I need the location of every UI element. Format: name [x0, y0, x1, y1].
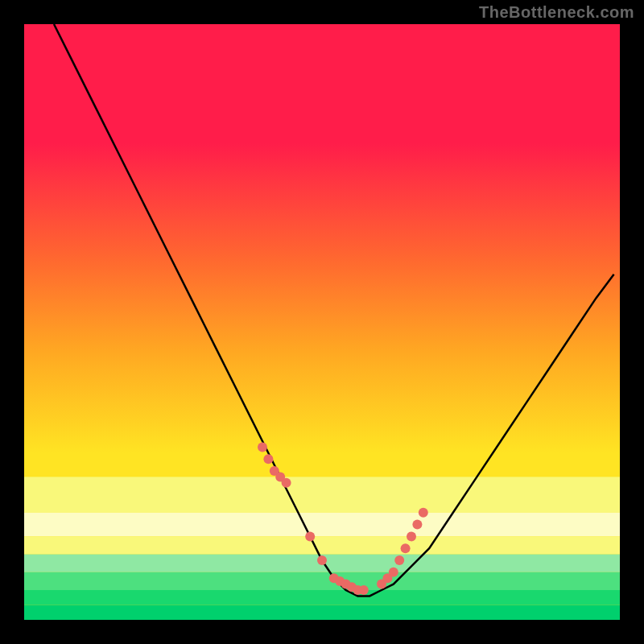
- bottom-color-bands: [24, 477, 620, 620]
- band: [24, 605, 620, 621]
- band: [24, 536, 620, 554]
- chart-svg: [24, 24, 620, 620]
- band: [24, 513, 620, 537]
- plot-area: [24, 24, 620, 620]
- data-point: [282, 478, 291, 488]
- band: [24, 590, 620, 605]
- band: [24, 572, 620, 590]
- data-point: [317, 555, 327, 565]
- band: [24, 477, 620, 512]
- data-point: [258, 442, 267, 452]
- data-point: [412, 520, 422, 530]
- data-point: [389, 568, 398, 577]
- data-point: [419, 508, 428, 518]
- data-point: [394, 555, 404, 565]
- data-point: [401, 543, 411, 553]
- data-point: [305, 531, 315, 541]
- data-point: [407, 531, 416, 541]
- data-point: [263, 454, 273, 464]
- watermark-text: TheBottleneck.com: [479, 3, 634, 22]
- data-point: [359, 585, 369, 595]
